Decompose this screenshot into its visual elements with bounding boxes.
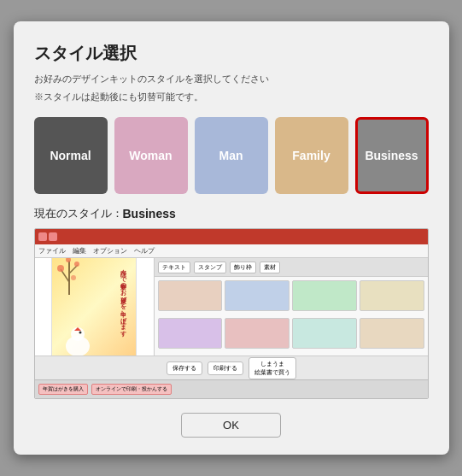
app-preview-box: ファイル 編集 オプション ヘルプ (34, 228, 429, 399)
svg-point-3 (57, 265, 64, 272)
ok-row: OK (34, 413, 429, 438)
template-thumb-6[interactable] (225, 318, 289, 349)
app-preview: ファイル 編集 オプション ヘルプ (35, 229, 428, 398)
template-thumb-3[interactable] (292, 280, 357, 311)
dialog-title: スタイル選択 (34, 42, 429, 65)
svg-point-6 (71, 275, 76, 280)
template-thumb-4[interactable] (360, 280, 424, 311)
print-button[interactable]: 印刷する (208, 361, 243, 375)
tool-btn-frame[interactable]: 飾り枠 (230, 262, 256, 273)
app-menubar: ファイル 編集 オプション ヘルプ (35, 244, 428, 258)
current-style-label: 現在のスタイル： (34, 206, 123, 221)
tool-btn-stamp[interactable]: スタンプ (194, 262, 226, 273)
menu-edit[interactable]: 編集 (73, 246, 86, 256)
tool-btn-material[interactable]: 素材 (260, 262, 280, 273)
panel-toolbar: テキスト スタンプ 飾り枠 素材 (155, 258, 428, 277)
tool-btn-text[interactable]: テキスト (158, 262, 190, 273)
status-purchase[interactable]: 年賀はがきを購入 (38, 384, 88, 395)
template-thumb-2[interactable] (225, 280, 289, 311)
status-online[interactable]: オンラインで印刷・投かんする (91, 384, 172, 395)
current-style-value: Business (123, 207, 176, 220)
template-thumb-7[interactable] (292, 318, 357, 349)
dialog-desc1: お好みのデザインキットのスタイルを選択してください (34, 72, 429, 86)
current-style-row: 現在のスタイル： Business (34, 206, 429, 221)
style-grid: Normal Woman Man Family Business (34, 117, 429, 194)
app-body: 謹んで新年のお慶びを申し上げます テキスト スタンプ 飾り枠 素材 (35, 258, 428, 356)
template-grid (155, 277, 428, 356)
svg-point-5 (66, 258, 71, 262)
app-canvas-area: 謹んで新年のお慶びを申し上げます (35, 258, 155, 356)
template-thumb-1[interactable] (158, 280, 223, 311)
titlebar-btn (38, 232, 47, 241)
branch-decoration (56, 258, 82, 295)
style-card-normal[interactable]: Normal (34, 117, 108, 194)
ok-button[interactable]: OK (181, 413, 281, 438)
save-button[interactable]: 保存する (167, 361, 202, 375)
postcard-button[interactable]: しまうま絵葉書で買う (249, 357, 296, 379)
style-selection-dialog: スタイル選択 お好みのデザインキットのスタイルを選択してください ※スタイルは起… (14, 21, 449, 455)
style-card-man[interactable]: Man (195, 117, 268, 194)
svg-point-10 (79, 332, 82, 334)
svg-point-4 (74, 262, 79, 267)
app-bottombar: 保存する 印刷する しまうま絵葉書で買う (35, 356, 428, 379)
menu-options[interactable]: オプション (93, 246, 127, 256)
style-card-woman[interactable]: Woman (114, 117, 188, 194)
app-statusbar: 年賀はがきを購入 オンラインで印刷・投かんする (35, 379, 428, 398)
rooster-icon (59, 320, 97, 356)
menu-file[interactable]: ファイル (38, 246, 66, 256)
canvas-jp-text: 謹んで新年のお慶びを申し上げます (119, 265, 127, 333)
menu-help[interactable]: ヘルプ (134, 246, 155, 256)
app-canvas-inner: 謹んで新年のお慶びを申し上げます (51, 258, 137, 356)
style-card-family[interactable]: Family (275, 117, 348, 194)
style-card-business[interactable]: Business (355, 117, 429, 194)
template-thumb-5[interactable] (158, 318, 223, 349)
dialog-desc2: ※スタイルは起動後にも切替可能です。 (34, 90, 429, 104)
template-thumb-8[interactable] (360, 318, 424, 349)
app-titlebar (35, 229, 428, 244)
app-right-panel: テキスト スタンプ 飾り枠 素材 (155, 258, 428, 356)
titlebar-btn2 (49, 232, 57, 241)
